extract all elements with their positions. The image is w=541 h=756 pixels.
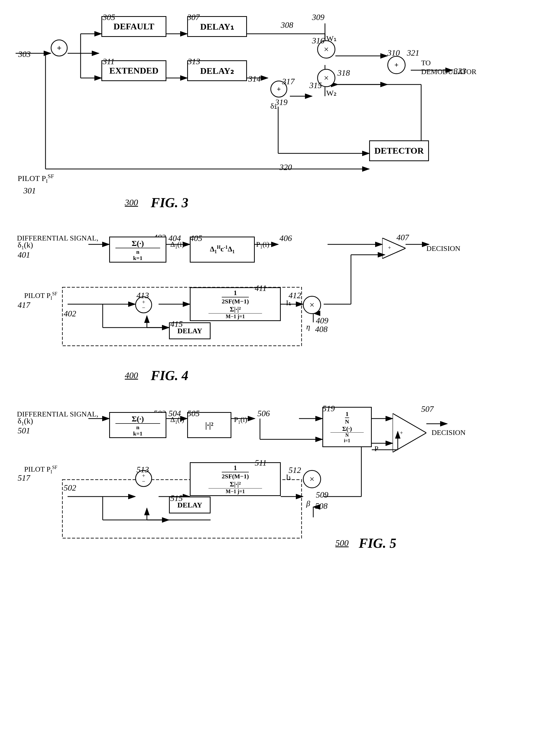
fig3-final-sum: + [387,56,405,74]
fig3-ref-308: 308 [281,20,293,30]
fig3-demod-label: TODEMODULATOR [421,59,476,76]
fig5-sum-block: Σ(·) nk=1 [109,412,166,438]
svg-text:+: + [388,244,391,251]
fig3-ref-309: 309 [312,12,324,22]
fig3-w2-label: W₂ [326,88,337,98]
fig3-ref-314: 314 [248,74,261,84]
fig4-ref-415: 415 [170,319,183,329]
fig3-ref-318: 318 [337,68,350,78]
fig3-w1-label: W₁ [326,34,337,43]
fig5-ref-505: 505 [187,409,200,418]
svg-marker-73 [392,413,426,452]
fig5-ref-502: 502 [64,483,76,493]
fig5-ref-501: 501 [18,426,30,436]
fig5-ref-508: 508 [315,501,327,511]
fig5-delta1k: δ1(k) [18,417,33,427]
fig5-beta-label: β [306,499,310,508]
fig5-pilot-label: PILOT PISF [24,465,57,475]
fig4-pilot-label: PILOT PISF [24,291,57,301]
fig4-ref-406: 406 [279,233,292,243]
fig4-title: FIG. 4 [151,368,188,383]
fig4-delta1k: δ1(k) [18,240,33,251]
fig3-fig-num: 300 [125,197,138,207]
fig4-mult-circle: × [303,296,321,314]
fig4-ref-409: 409 [316,316,328,325]
fig4-ref-401: 401 [18,250,30,260]
fig5-ref-509: 509 [316,490,328,500]
fig3-ref-313: 313 [188,57,200,66]
fig3-ref-303: 303 [18,49,31,59]
fig4-sum-block: Σ(·) nk=1 [109,236,166,262]
fig5-ref-513: 513 [137,465,149,475]
fig5-decision-label: DECISION [431,428,466,437]
fig5-p1i: P1(i) [234,415,247,425]
fig5-delta1i: Δ1(i) [170,415,184,425]
fig4-ref-402: 402 [64,309,76,318]
fig4-noise-block: 1 2SF(M−1) Σ|·|² M−1 j=1 [190,287,281,321]
fig5-noise-block: 1 2SF(M−1) Σ|·|² M−1 j=1 [190,462,281,496]
fig3-title: FIG. 3 [151,195,188,210]
fig4-ref-408: 408 [315,324,327,334]
fig5-fig-num: 500 [335,538,349,548]
fig3-ref-311: 311 [103,57,115,66]
fig5-ref-515: 515 [170,494,183,503]
fig4-ref-417: 417 [18,300,30,310]
fig5-mult-circle: × [303,470,321,488]
fig3-ref-310: 310 [387,48,400,58]
fig4-ref-405: 405 [190,233,202,243]
fig5-ref-519: 519 [322,404,335,413]
fig4-ref-411: 411 [255,283,267,293]
fig3-ref-321: 321 [407,48,419,58]
fig5-ref-511: 511 [255,458,267,468]
fig3-detector-box: DETECTOR [369,141,429,161]
fig3-ref-316: 316 [312,36,324,46]
fig4-eta-label: η [306,322,310,331]
fig3-pilot-label: PILOT PISF [18,173,54,184]
fig4-decision-label: DECISION [426,244,460,253]
fig3-ref-301: 301 [23,186,36,195]
fig5-ref-507: 507 [421,404,434,414]
fig5-title: FIG. 5 [359,536,396,551]
fig3-ref-307: 307 [187,12,200,22]
fig4-delta1i: Δ1(i) [170,240,184,250]
fig3-ref-320: 320 [279,163,292,172]
fig5-ref-506: 506 [258,409,270,418]
fig3-ref-305: 305 [103,12,115,22]
fig5-decision-triangle: + [392,413,426,452]
fig5-ref-512: 512 [288,465,301,475]
fig4-ref-412: 412 [288,291,301,300]
fig5-p-label: P [374,445,378,453]
fig4-ref-413: 413 [137,291,149,300]
svg-text:+: + [400,430,403,436]
fig4-fig-num: 400 [125,370,138,380]
fig4-ref-407: 407 [396,233,409,242]
fig3-ref-315: 315 [309,81,322,90]
fig3-ref-317: 317 [282,77,294,86]
fig3-delta1-label: δ₁ [270,101,277,111]
fig3-input-circle: + [51,40,68,56]
fig4-p1i: P1(i) [256,240,269,250]
